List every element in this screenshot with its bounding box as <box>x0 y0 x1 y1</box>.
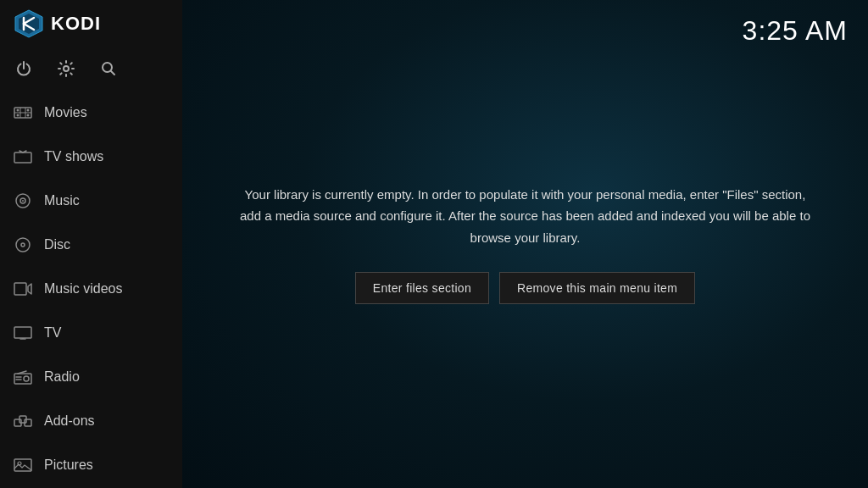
settings-button[interactable] <box>54 57 78 80</box>
main-content: 3:25 AM Your library is currently empty.… <box>182 0 868 488</box>
sidebar-item-music-videos[interactable]: Music videos <box>0 267 182 311</box>
sidebar-item-disc[interactable]: Disc <box>0 223 182 267</box>
clock-display: 3:25 AM <box>743 15 848 47</box>
empty-library-box: Your library is currently empty. In orde… <box>203 150 848 339</box>
svg-point-5 <box>64 66 69 71</box>
svg-point-21 <box>16 238 30 252</box>
add-ons-label: Add-ons <box>44 413 95 429</box>
tv-shows-icon <box>14 147 32 166</box>
sidebar-item-radio[interactable]: Radio <box>0 355 182 399</box>
search-button[interactable] <box>97 57 120 80</box>
svg-point-8 <box>17 109 19 112</box>
svg-point-10 <box>27 109 30 112</box>
app-title: KODI <box>51 13 101 35</box>
svg-rect-24 <box>14 327 31 338</box>
sidebar: KODI <box>0 0 182 488</box>
action-buttons: Enter files section Remove this main men… <box>237 272 814 304</box>
sidebar-item-tv[interactable]: TV <box>0 311 182 355</box>
music-videos-icon <box>14 280 32 298</box>
svg-point-9 <box>17 114 19 117</box>
sidebar-item-pictures[interactable]: Pictures <box>0 443 182 487</box>
sidebar-item-movies[interactable]: Movies <box>0 91 182 135</box>
sidebar-item-tv-shows[interactable]: TV shows <box>0 135 182 179</box>
add-ons-icon <box>14 412 32 430</box>
radio-icon <box>14 368 32 386</box>
svg-point-22 <box>21 243 25 247</box>
sidebar-item-music[interactable]: Music <box>0 179 182 223</box>
svg-point-20 <box>22 200 24 202</box>
music-icon <box>14 191 32 210</box>
tv-shows-label: TV shows <box>44 149 103 164</box>
pictures-label: Pictures <box>44 458 93 473</box>
sidebar-menu: Movies TV shows Music <box>0 91 182 488</box>
enter-files-button[interactable]: Enter files section <box>355 272 489 304</box>
power-button[interactable] <box>12 57 36 80</box>
music-label: Music <box>44 193 80 208</box>
svg-rect-15 <box>14 152 31 163</box>
movies-label: Movies <box>44 105 87 120</box>
kodi-logo-icon <box>14 8 44 39</box>
music-videos-label: Music videos <box>44 281 122 297</box>
disc-icon <box>14 236 32 254</box>
movies-icon <box>14 103 32 122</box>
radio-label: Radio <box>44 369 80 385</box>
sidebar-header: KODI <box>0 0 182 47</box>
svg-point-11 <box>27 114 30 117</box>
svg-point-28 <box>24 376 29 381</box>
disc-label: Disc <box>44 237 70 252</box>
tv-label: TV <box>44 325 61 341</box>
tv-icon <box>14 324 32 342</box>
sidebar-item-add-ons[interactable]: Add-ons <box>0 399 182 443</box>
empty-library-message: Your library is currently empty. In orde… <box>237 184 814 249</box>
sidebar-toolbar <box>0 47 182 91</box>
svg-rect-23 <box>14 283 26 295</box>
pictures-icon <box>14 456 32 474</box>
remove-menu-item-button[interactable]: Remove this main menu item <box>499 272 695 304</box>
svg-rect-34 <box>14 459 31 471</box>
